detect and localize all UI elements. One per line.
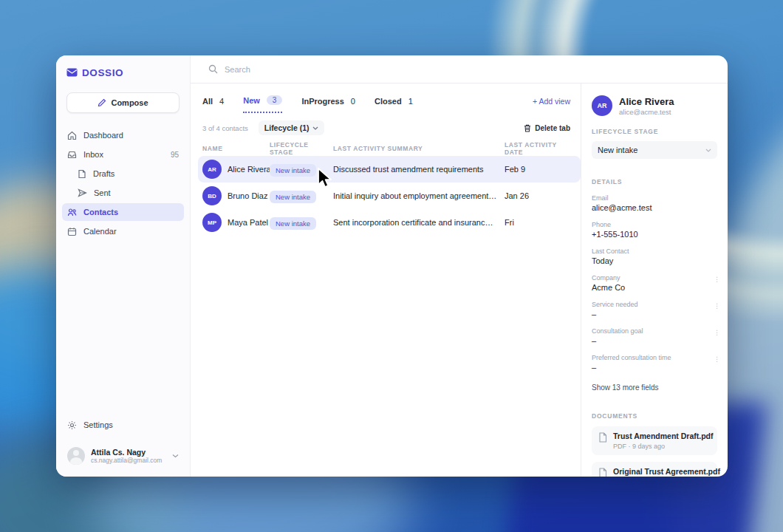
detail-field-email: Email alice@acme.test xyxy=(592,194,717,212)
detail-field-phone: Phone +1-555-1010 xyxy=(592,221,717,239)
send-icon xyxy=(78,188,87,197)
detail-field-service-needed: Service needed – ⋮ xyxy=(592,301,717,318)
document-title: Trust Amendment Draft.pdf xyxy=(613,432,714,440)
activity-date: Jan 26 xyxy=(505,191,575,200)
sidebar-item-contacts[interactable]: Contacts xyxy=(62,203,184,221)
kebab-menu-icon[interactable]: ⋮ xyxy=(714,329,720,336)
compose-label: Compose xyxy=(111,98,148,107)
sidebar-item-label: Contacts xyxy=(83,208,179,216)
contact-name-cell: MP Maya Patel xyxy=(202,213,270,232)
detail-field-consultation-goal: Consultation goal – ⋮ xyxy=(592,327,717,345)
inbox-count-badge: 95 xyxy=(171,151,179,159)
tab-label: Closed xyxy=(375,97,402,106)
sidebar-item-label: Drafts xyxy=(93,169,179,178)
stage-cell: New intake xyxy=(270,163,333,177)
detail-field-last-contact: Last Contact Today xyxy=(592,248,717,265)
stage-badge: New intake xyxy=(270,217,316,230)
document-item[interactable]: Trust Amendment Draft.pdf PDF · 9 days a… xyxy=(592,426,717,455)
sidebar-item-inbox[interactable]: Inbox 95 xyxy=(62,146,184,163)
chevron-down-icon xyxy=(172,454,179,458)
main-column: All 4 New 3 InProgress 0 Closed xyxy=(191,55,728,477)
field-value: Acme Co xyxy=(592,283,717,292)
tab-closed[interactable]: Closed 1 xyxy=(375,97,413,112)
activity-summary: Sent incorporation certificate and insur… xyxy=(333,218,505,227)
app-window: DOSSIO Compose Dashboard xyxy=(56,55,728,477)
tab-new[interactable]: New 3 xyxy=(243,95,282,113)
content-row: All 4 New 3 InProgress 0 Closed xyxy=(191,83,728,477)
avatar: AR xyxy=(592,95,612,116)
user-account-menu[interactable]: Attila Cs. Nagy cs.nagy.attila@gmail.com xyxy=(64,443,182,469)
tab-all[interactable]: All 4 xyxy=(202,97,224,112)
compose-button[interactable]: Compose xyxy=(66,92,179,113)
column-header-date: LAST ACTIVITY DATE xyxy=(505,141,575,156)
show-more-fields-button[interactable]: Show 13 more fields xyxy=(592,383,717,392)
sidebar-item-drafts[interactable]: Drafts xyxy=(62,165,184,183)
contact-name-cell: BD Bruno Diaz xyxy=(202,186,270,205)
inbox-icon xyxy=(67,150,77,160)
pencil-icon xyxy=(98,98,106,107)
column-header-summary: LAST ACTIVITY SUMMARY xyxy=(333,145,505,152)
contact-name: Bruno Diaz xyxy=(228,191,267,200)
envelope-icon xyxy=(66,68,78,77)
chevron-down-icon xyxy=(705,149,711,152)
tab-inprogress[interactable]: InProgress 0 xyxy=(301,97,355,112)
field-value: – xyxy=(592,310,717,318)
delete-tab-button[interactable]: Delete tab xyxy=(524,124,570,132)
sidebar-spacer xyxy=(56,240,190,416)
field-label: Email xyxy=(592,194,717,202)
delete-tab-label: Delete tab xyxy=(535,124,570,132)
table-header: NAME LIFECYCLE STAGE LAST ACTIVITY SUMMA… xyxy=(198,141,581,156)
lifecycle-filter-dropdown[interactable]: Lifecycle (1) xyxy=(259,120,324,135)
field-value: Today xyxy=(592,256,717,265)
lifecycle-stage-value: New intake xyxy=(598,146,705,154)
tab-count: 1 xyxy=(408,97,413,106)
document-item[interactable]: Original Trust Agreement.pdf PDF · 3 mon… xyxy=(592,462,717,477)
search-input[interactable] xyxy=(225,65,710,74)
field-label: Service needed xyxy=(592,301,717,308)
sidebar-nav: Dashboard Inbox 95 Drafts xyxy=(56,123,190,240)
kebab-menu-icon[interactable]: ⋮ xyxy=(714,276,720,283)
tab-label: InProgress xyxy=(301,97,343,106)
sidebar-item-calendar[interactable]: Calendar xyxy=(62,222,184,240)
sidebar-item-sent[interactable]: Sent xyxy=(62,184,184,202)
field-label: Phone xyxy=(592,221,717,228)
field-value: – xyxy=(592,363,717,372)
file-icon xyxy=(598,468,607,477)
sidebar-item-label: Sent xyxy=(94,188,179,197)
table-row[interactable]: AR Alice Rivera New intake Discussed tru… xyxy=(198,156,581,183)
contact-name-cell: AR Alice Rivera xyxy=(202,160,270,179)
gear-icon xyxy=(67,420,77,430)
field-label: Last Contact xyxy=(592,248,717,255)
user-meta: Attila Cs. Nagy cs.nagy.attila@gmail.com xyxy=(91,448,166,464)
contact-header: AR Alice Rivera alice@acme.test xyxy=(592,95,717,116)
activity-summary: Initial inquiry about employment agreeme… xyxy=(333,191,505,200)
avatar: MP xyxy=(202,213,222,232)
document-meta: Trust Amendment Draft.pdf PDF · 9 days a… xyxy=(613,432,714,450)
avatar: AR xyxy=(202,160,222,179)
search-bar xyxy=(191,55,728,83)
contact-name: Maya Patel xyxy=(228,218,268,227)
field-value: +1-555-1010 xyxy=(592,230,717,239)
tab-label: All xyxy=(202,97,213,106)
trash-icon xyxy=(524,124,531,132)
contact-details-panel: AR Alice Rivera alice@acme.test LIFECYCL… xyxy=(581,83,728,477)
stage-badge: New intake xyxy=(270,191,316,203)
sidebar-item-dashboard[interactable]: Dashboard xyxy=(62,126,184,144)
lifecycle-stage-select[interactable]: New intake xyxy=(592,141,717,159)
add-view-button[interactable]: + Add view xyxy=(533,97,570,112)
field-label: Company xyxy=(592,274,717,282)
table-row[interactable]: BD Bruno Diaz New intake Initial inquiry… xyxy=(198,183,581,209)
activity-date: Feb 9 xyxy=(505,165,575,174)
kebab-menu-icon[interactable]: ⋮ xyxy=(714,302,720,310)
desktop-wallpaper: DOSSIO Compose Dashboard xyxy=(0,0,783,532)
details-section-label: DETAILS xyxy=(592,178,717,185)
filter-bar: 3 of 4 contacts Lifecycle (1) Delete ta xyxy=(198,113,581,141)
document-info: PDF · 9 days ago xyxy=(613,443,714,450)
sidebar-item-settings[interactable]: Settings xyxy=(56,416,190,434)
contact-list-area: All 4 New 3 InProgress 0 Closed xyxy=(191,83,581,477)
tab-count-badge: 3 xyxy=(267,95,283,105)
table-row[interactable]: MP Maya Patel New intake Sent incorporat… xyxy=(198,209,581,236)
field-value: alice@acme.test xyxy=(592,203,717,212)
kebab-menu-icon[interactable]: ⋮ xyxy=(714,355,720,363)
chevron-down-icon xyxy=(312,126,318,130)
